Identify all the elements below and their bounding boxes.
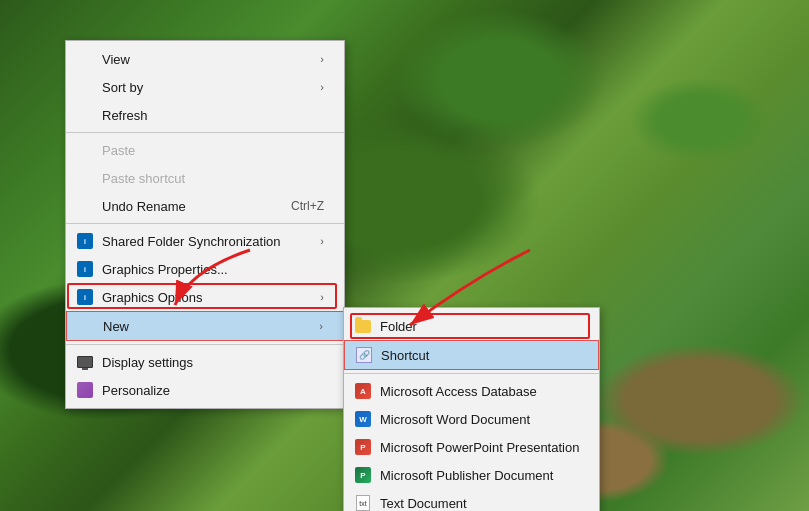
new-submenu: Folder 🔗 Shortcut A Microsoft Access Dat… [343, 307, 600, 511]
shared-folder-label: Shared Folder Synchronization [102, 234, 320, 249]
submenu-item-text[interactable]: txt Text Document [344, 489, 599, 511]
new-icon [77, 317, 95, 335]
folder-label: Folder [380, 319, 417, 334]
paste-shortcut-label: Paste shortcut [102, 171, 324, 186]
menu-item-sort-by[interactable]: Sort by › [66, 73, 344, 101]
submenu-divider [344, 373, 599, 374]
text-label: Text Document [380, 496, 467, 511]
divider-1 [66, 132, 344, 133]
display-settings-label: Display settings [102, 355, 324, 370]
access-icon: A [354, 382, 372, 400]
personalize-label: Personalize [102, 383, 324, 398]
menu-item-paste: Paste [66, 136, 344, 164]
submenu-item-publisher[interactable]: P Microsoft Publisher Document [344, 461, 599, 489]
publisher-label: Microsoft Publisher Document [380, 468, 553, 483]
new-arrow: › [319, 320, 323, 332]
menu-item-view[interactable]: View › [66, 45, 344, 73]
shared-folder-icon: i [76, 232, 94, 250]
view-icon [76, 50, 94, 68]
shortcut-label: Shortcut [381, 348, 429, 363]
sort-arrow: › [320, 81, 324, 93]
menu-item-paste-shortcut: Paste shortcut [66, 164, 344, 192]
sort-icon [76, 78, 94, 96]
folder-icon [354, 317, 372, 335]
submenu-item-access[interactable]: A Microsoft Access Database [344, 377, 599, 405]
word-label: Microsoft Word Document [380, 412, 530, 427]
submenu-item-ppt[interactable]: P Microsoft PowerPoint Presentation [344, 433, 599, 461]
menu-item-undo-rename[interactable]: Undo Rename Ctrl+Z [66, 192, 344, 220]
display-settings-icon [76, 353, 94, 371]
desktop: View › Sort by › Refresh Paste Paste sho… [0, 0, 809, 511]
shortcut-file-icon: 🔗 [355, 346, 373, 364]
menu-item-display-settings[interactable]: Display settings [66, 348, 344, 376]
paste-label: Paste [102, 143, 324, 158]
menu-item-personalize[interactable]: Personalize [66, 376, 344, 404]
menu-item-graphics-properties[interactable]: i Graphics Properties... [66, 255, 344, 283]
text-doc-icon: txt [354, 494, 372, 511]
submenu-item-word[interactable]: W Microsoft Word Document [344, 405, 599, 433]
access-label: Microsoft Access Database [380, 384, 537, 399]
publisher-icon: P [354, 466, 372, 484]
undo-label: Undo Rename [102, 199, 261, 214]
graphics-options-icon: i [76, 288, 94, 306]
word-icon: W [354, 410, 372, 428]
new-item-container: New › Folder 🔗 Shortcut [66, 311, 344, 341]
view-arrow: › [320, 53, 324, 65]
undo-icon [76, 197, 94, 215]
paste-icon [76, 141, 94, 159]
menu-item-new[interactable]: New › [66, 311, 344, 341]
menu-item-graphics-options[interactable]: i Graphics Options › [66, 283, 344, 311]
menu-item-shared-folder[interactable]: i Shared Folder Synchronization › [66, 227, 344, 255]
sort-label: Sort by [102, 80, 320, 95]
graphics-options-arrow: › [320, 291, 324, 303]
refresh-label: Refresh [102, 108, 324, 123]
graphics-properties-label: Graphics Properties... [102, 262, 324, 277]
divider-3 [66, 344, 344, 345]
ppt-label: Microsoft PowerPoint Presentation [380, 440, 579, 455]
shared-folder-arrow: › [320, 235, 324, 247]
view-label: View [102, 52, 320, 67]
submenu-item-folder[interactable]: Folder [344, 312, 599, 340]
refresh-icon [76, 106, 94, 124]
personalize-icon [76, 381, 94, 399]
submenu-item-shortcut[interactable]: 🔗 Shortcut [344, 340, 599, 370]
menu-item-refresh[interactable]: Refresh [66, 101, 344, 129]
ppt-icon: P [354, 438, 372, 456]
graphics-properties-icon: i [76, 260, 94, 278]
undo-shortcut: Ctrl+Z [291, 199, 324, 213]
graphics-options-label: Graphics Options [102, 290, 320, 305]
divider-2 [66, 223, 344, 224]
context-menu: View › Sort by › Refresh Paste Paste sho… [65, 40, 345, 409]
new-label: New [103, 319, 319, 334]
paste-shortcut-icon [76, 169, 94, 187]
